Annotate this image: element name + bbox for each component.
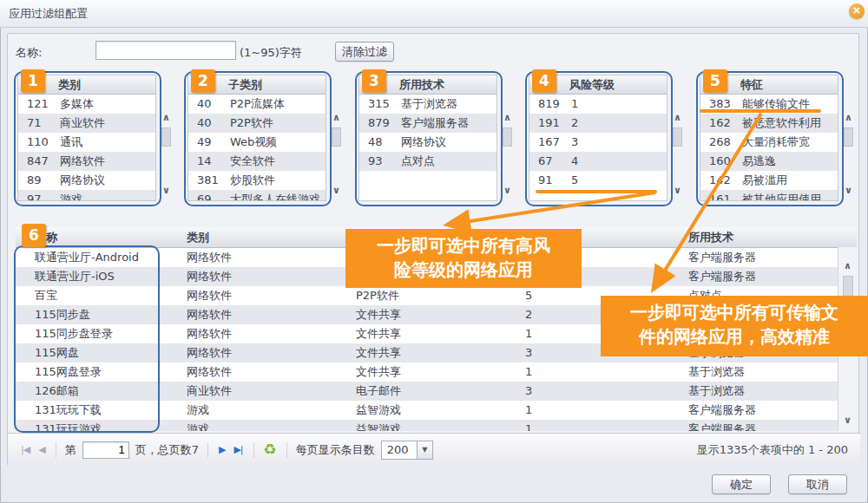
list-item[interactable]: 110通讯: [18, 133, 155, 152]
filter-panel-4: 风险等级819119121673674915∧∨4: [529, 69, 688, 206]
callout-text-line: 一步即可选中所有可传输文: [606, 300, 863, 324]
step-badge-2: 2: [191, 69, 215, 93]
pagination-bar: |◀ ◀ 第 页，总页数7 ▶ ▶| ♻ 每页显示条目数 200 ▼ 显示133…: [8, 433, 860, 466]
list-item[interactable]: 8191: [529, 95, 667, 114]
table-row[interactable]: 131玩玩游戏游戏益智游戏1客户端服务器: [16, 420, 857, 431]
list-item[interactable]: 915: [529, 171, 667, 190]
list-item[interactable]: 142易被滥用: [700, 171, 838, 190]
list-item[interactable]: 847网络软件: [18, 152, 155, 171]
scroll-down-icon[interactable]: ∨: [332, 186, 340, 196]
list-scrollbar[interactable]: ∧∨: [670, 94, 685, 201]
list-scrollbar[interactable]: ∧∨: [329, 94, 344, 201]
item-count: 268: [700, 133, 742, 152]
scroll-thumb[interactable]: [503, 127, 512, 147]
list-item[interactable]: 674: [529, 152, 667, 171]
table-row[interactable]: 126邮箱商业软件电子邮件3基于浏览器: [16, 382, 857, 401]
scroll-thumb[interactable]: [844, 127, 853, 147]
scroll-thumb[interactable]: [161, 127, 171, 147]
scroll-up-icon[interactable]: ∧: [845, 113, 852, 123]
list-item[interactable]: 40P2P流媒体: [188, 95, 326, 114]
column-header[interactable]: 类别: [169, 227, 339, 247]
risk-level-underline: [536, 190, 657, 193]
table-cell: 网络软件: [169, 324, 339, 343]
list-item[interactable]: 48网络协议: [359, 133, 496, 152]
list-item[interactable]: 89网络协议: [18, 171, 155, 190]
scroll-down-icon[interactable]: ∨: [162, 186, 170, 196]
item-label: P2P流媒体: [230, 95, 326, 114]
list-item[interactable]: 161被其他应用使用: [700, 190, 838, 201]
close-button[interactable]: ×: [849, 3, 865, 19]
table-cell: 文件共享: [339, 305, 508, 324]
list-item[interactable]: 160易逃逸: [700, 152, 838, 171]
page-number-input[interactable]: [82, 441, 129, 459]
next-page-button[interactable]: ▶: [219, 444, 225, 455]
prev-page-button[interactable]: ◀: [38, 444, 44, 455]
item-count: 71: [18, 114, 60, 133]
table-row[interactable]: 131玩玩下载游戏益智游戏1客户端服务器: [16, 401, 857, 420]
list-scrollbar[interactable]: ∧∨: [841, 94, 856, 201]
refresh-icon[interactable]: ♻: [264, 442, 277, 457]
item-count: 142: [700, 171, 742, 190]
list-item[interactable]: 1673: [529, 133, 667, 152]
list-item[interactable]: 162被恶意软件利用: [700, 114, 838, 133]
item-count: 67: [529, 152, 571, 171]
item-label: 网络协议: [401, 133, 496, 152]
name-input[interactable]: [95, 41, 236, 60]
ok-button[interactable]: 确定: [712, 474, 771, 494]
scroll-up-icon[interactable]: ∧: [162, 113, 170, 123]
list-item[interactable]: 381炒股软件: [188, 171, 326, 190]
item-count: 315: [359, 95, 401, 114]
filter-panel-3: 所用技术315基于浏览器879客户端服务器48网络协议93点对点∧∨3: [358, 69, 518, 206]
list-item[interactable]: 1912: [529, 114, 667, 133]
list-item[interactable]: 315基于浏览器: [359, 95, 496, 114]
column-header[interactable]: 所用技术: [671, 227, 838, 247]
table-cell: 客户端服务器: [671, 248, 838, 267]
list-item[interactable]: 49Web视频: [188, 133, 326, 152]
clear-filter-button[interactable]: 清除过滤: [335, 42, 394, 62]
list-item[interactable]: 69大型多人在线游戏: [188, 190, 326, 201]
scroll-down-icon[interactable]: ∨: [844, 415, 852, 426]
table-cell: P2P软件: [339, 286, 508, 305]
scroll-down-icon[interactable]: ∨: [503, 186, 511, 196]
list-scrollbar[interactable]: ∧∨: [159, 94, 174, 201]
table-cell: 文件共享: [339, 324, 508, 343]
item-count: 89: [18, 171, 60, 190]
scroll-thumb[interactable]: [332, 127, 341, 147]
scroll-up-icon[interactable]: ∧: [503, 113, 511, 123]
cancel-button[interactable]: 取消: [788, 474, 847, 494]
list-item[interactable]: 71商业软件: [18, 114, 155, 133]
table-cell: 131玩玩下载: [16, 401, 169, 420]
item-count: 879: [359, 114, 401, 133]
item-label: 多媒体: [60, 95, 155, 114]
list-item[interactable]: 97游戏: [18, 190, 155, 201]
list-item[interactable]: 268大量消耗带宽: [700, 133, 838, 152]
scroll-up-icon[interactable]: ∧: [332, 113, 340, 123]
page-size-select[interactable]: 200 ▼: [381, 441, 433, 460]
list-scrollbar[interactable]: ∧∨: [500, 94, 515, 201]
list-item[interactable]: 14安全软件: [188, 152, 326, 171]
callout-text-line: 险等级的网络应用: [351, 258, 576, 282]
table-cell: 网络软件: [169, 248, 339, 267]
item-count: 847: [18, 152, 60, 171]
table-cell: 网络软件: [169, 343, 339, 363]
scroll-up-icon[interactable]: ∧: [844, 261, 852, 271]
item-label: 大型多人在线游戏: [230, 190, 326, 201]
last-page-button[interactable]: ▶|: [233, 444, 242, 455]
scroll-down-icon[interactable]: ∨: [845, 186, 852, 196]
list-item[interactable]: 40P2P软件: [188, 114, 326, 133]
scroll-thumb[interactable]: [673, 127, 682, 147]
dialog-footer: 确定 取消: [0, 468, 868, 503]
scroll-up-icon[interactable]: ∧: [674, 113, 681, 123]
item-count: 48: [359, 133, 401, 152]
item-count: 40: [188, 95, 230, 114]
list-item[interactable]: 121多媒体: [18, 95, 155, 114]
table-row[interactable]: 115网盘登录网络软件文件共享1基于浏览器: [16, 363, 857, 382]
list-item[interactable]: 93点对点: [359, 152, 496, 171]
item-label: 网络协议: [60, 171, 155, 190]
scroll-down-icon[interactable]: ∨: [674, 186, 681, 196]
list-item[interactable]: 879客户端服务器: [359, 114, 496, 133]
file-transfer-underline: [700, 109, 821, 113]
item-label: 大量消耗带宽: [742, 133, 838, 152]
first-page-button[interactable]: |◀: [21, 444, 30, 455]
item-label: 4: [571, 152, 667, 171]
